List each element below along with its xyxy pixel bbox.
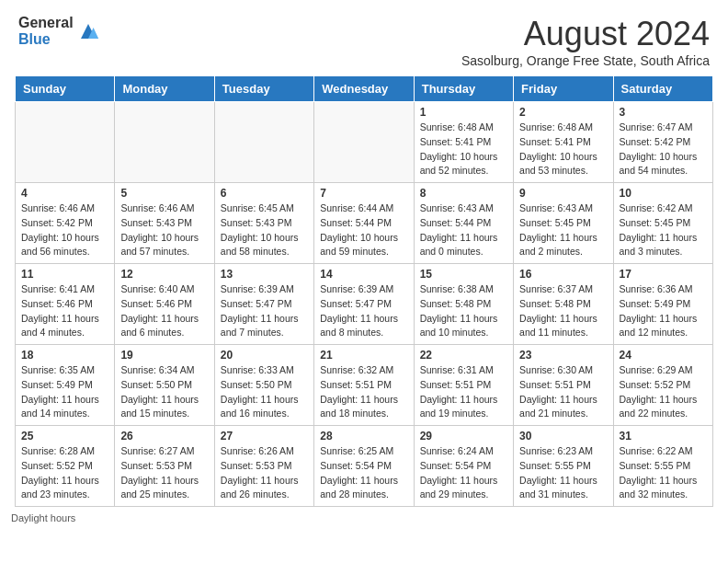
day-info: Sunrise: 6:41 AMSunset: 5:46 PMDaylight:… — [21, 282, 108, 340]
calendar-cell: 18Sunrise: 6:35 AMSunset: 5:49 PMDayligh… — [16, 345, 115, 426]
day-number: 17 — [620, 268, 707, 281]
calendar-cell: 9Sunrise: 6:43 AMSunset: 5:45 PMDaylight… — [514, 183, 613, 264]
day-number: 22 — [420, 349, 507, 362]
calendar-cell: 30Sunrise: 6:23 AMSunset: 5:55 PMDayligh… — [514, 426, 613, 507]
day-number: 27 — [221, 430, 308, 442]
calendar-cell: 28Sunrise: 6:25 AMSunset: 5:54 PMDayligh… — [314, 426, 414, 507]
day-info: Sunrise: 6:46 AMSunset: 5:42 PMDaylight:… — [21, 201, 108, 259]
day-info: Sunrise: 6:33 AMSunset: 5:50 PMDaylight:… — [221, 363, 308, 421]
calendar-cell: 23Sunrise: 6:30 AMSunset: 5:51 PMDayligh… — [514, 345, 613, 426]
day-number: 18 — [21, 349, 108, 362]
calendar-cell: 3Sunrise: 6:47 AMSunset: 5:42 PMDaylight… — [613, 102, 712, 183]
day-number: 3 — [620, 106, 707, 119]
day-info: Sunrise: 6:30 AMSunset: 5:51 PMDaylight:… — [519, 363, 607, 421]
day-info: Sunrise: 6:35 AMSunset: 5:49 PMDaylight:… — [21, 363, 108, 421]
day-number: 13 — [221, 268, 308, 281]
day-info: Sunrise: 6:48 AMSunset: 5:41 PMDaylight:… — [519, 121, 607, 178]
calendar-cell: 5Sunrise: 6:46 AMSunset: 5:43 PMDaylight… — [115, 183, 214, 264]
footer-note: Daylight hours — [0, 507, 728, 529]
col-friday: Friday — [514, 76, 613, 102]
calendar-cell: 15Sunrise: 6:38 AMSunset: 5:48 PMDayligh… — [414, 264, 513, 345]
calendar-cell: 19Sunrise: 6:34 AMSunset: 5:50 PMDayligh… — [115, 345, 214, 426]
day-info: Sunrise: 6:43 AMSunset: 5:45 PMDaylight:… — [519, 201, 607, 259]
day-info: Sunrise: 6:44 AMSunset: 5:44 PMDaylight:… — [320, 201, 407, 259]
page-header: General Blue August 2024 Sasolburg, Oran… — [0, 0, 728, 75]
day-info: Sunrise: 6:48 AMSunset: 5:41 PMDaylight:… — [420, 121, 507, 178]
day-number: 6 — [221, 187, 308, 200]
day-number: 31 — [620, 430, 707, 442]
calendar-header-row: Sunday Monday Tuesday Wednesday Thursday… — [16, 76, 713, 102]
day-info: Sunrise: 6:46 AMSunset: 5:43 PMDaylight:… — [120, 201, 208, 259]
day-info: Sunrise: 6:22 AMSunset: 5:55 PMDaylight:… — [620, 444, 707, 502]
day-number: 29 — [420, 430, 507, 442]
day-number: 24 — [620, 349, 707, 362]
calendar-cell: 16Sunrise: 6:37 AMSunset: 5:48 PMDayligh… — [514, 264, 613, 345]
day-number: 1 — [420, 106, 507, 119]
day-info: Sunrise: 6:42 AMSunset: 5:45 PMDaylight:… — [620, 201, 707, 259]
calendar-cell: 26Sunrise: 6:27 AMSunset: 5:53 PMDayligh… — [115, 426, 214, 507]
col-tuesday: Tuesday — [214, 76, 313, 102]
calendar-cell: 2Sunrise: 6:48 AMSunset: 5:41 PMDaylight… — [514, 102, 613, 183]
day-info: Sunrise: 6:40 AMSunset: 5:46 PMDaylight:… — [120, 282, 208, 340]
calendar-cell: 31Sunrise: 6:22 AMSunset: 5:55 PMDayligh… — [613, 426, 712, 507]
day-number: 9 — [519, 187, 607, 200]
calendar-cell: 8Sunrise: 6:43 AMSunset: 5:44 PMDaylight… — [414, 183, 513, 264]
calendar-cell: 27Sunrise: 6:26 AMSunset: 5:53 PMDayligh… — [214, 426, 313, 507]
day-number: 15 — [420, 268, 507, 281]
day-number: 10 — [620, 187, 707, 200]
calendar-week-4: 18Sunrise: 6:35 AMSunset: 5:49 PMDayligh… — [16, 345, 713, 426]
subtitle: Sasolburg, Orange Free State, South Afri… — [461, 53, 710, 68]
day-number: 23 — [519, 349, 607, 362]
col-saturday: Saturday — [613, 76, 712, 102]
day-info: Sunrise: 6:28 AMSunset: 5:52 PMDaylight:… — [21, 444, 108, 502]
logo-general: General — [18, 15, 74, 31]
logo-icon — [77, 20, 99, 42]
calendar-week-5: 25Sunrise: 6:28 AMSunset: 5:52 PMDayligh… — [16, 426, 713, 507]
calendar-cell: 1Sunrise: 6:48 AMSunset: 5:41 PMDaylight… — [414, 102, 513, 183]
col-thursday: Thursday — [414, 76, 513, 102]
day-number: 21 — [320, 349, 407, 362]
day-number: 25 — [21, 430, 108, 442]
calendar-cell: 4Sunrise: 6:46 AMSunset: 5:42 PMDaylight… — [16, 183, 115, 264]
col-wednesday: Wednesday — [314, 76, 414, 102]
day-number: 30 — [519, 430, 607, 442]
day-number: 28 — [320, 430, 407, 442]
day-number: 5 — [120, 187, 208, 200]
day-info: Sunrise: 6:37 AMSunset: 5:48 PMDaylight:… — [519, 282, 607, 340]
calendar-cell: 10Sunrise: 6:42 AMSunset: 5:45 PMDayligh… — [613, 183, 712, 264]
month-title: August 2024 — [461, 15, 710, 53]
calendar-cell: 22Sunrise: 6:31 AMSunset: 5:51 PMDayligh… — [414, 345, 513, 426]
calendar-cell: 20Sunrise: 6:33 AMSunset: 5:50 PMDayligh… — [214, 345, 313, 426]
day-info: Sunrise: 6:39 AMSunset: 5:47 PMDaylight:… — [221, 282, 308, 340]
day-info: Sunrise: 6:25 AMSunset: 5:54 PMDaylight:… — [320, 444, 407, 502]
day-info: Sunrise: 6:39 AMSunset: 5:47 PMDaylight:… — [320, 282, 407, 340]
col-sunday: Sunday — [16, 76, 115, 102]
calendar-week-1: 1Sunrise: 6:48 AMSunset: 5:41 PMDaylight… — [16, 102, 713, 183]
calendar-cell: 6Sunrise: 6:45 AMSunset: 5:43 PMDaylight… — [214, 183, 313, 264]
day-number: 11 — [21, 268, 108, 281]
day-number: 7 — [320, 187, 407, 200]
col-monday: Monday — [115, 76, 214, 102]
calendar-table: Sunday Monday Tuesday Wednesday Thursday… — [15, 75, 713, 507]
day-number: 14 — [320, 268, 407, 281]
calendar-cell: 29Sunrise: 6:24 AMSunset: 5:54 PMDayligh… — [414, 426, 513, 507]
calendar-cell: 17Sunrise: 6:36 AMSunset: 5:49 PMDayligh… — [613, 264, 712, 345]
calendar-cell — [214, 102, 313, 183]
calendar-cell: 12Sunrise: 6:40 AMSunset: 5:46 PMDayligh… — [115, 264, 214, 345]
day-info: Sunrise: 6:24 AMSunset: 5:54 PMDaylight:… — [420, 444, 507, 502]
day-info: Sunrise: 6:23 AMSunset: 5:55 PMDaylight:… — [519, 444, 607, 502]
calendar-cell: 13Sunrise: 6:39 AMSunset: 5:47 PMDayligh… — [214, 264, 313, 345]
day-number: 8 — [420, 187, 507, 200]
day-info: Sunrise: 6:34 AMSunset: 5:50 PMDaylight:… — [120, 363, 208, 421]
day-number: 26 — [120, 430, 208, 442]
calendar-cell: 25Sunrise: 6:28 AMSunset: 5:52 PMDayligh… — [16, 426, 115, 507]
calendar-week-2: 4Sunrise: 6:46 AMSunset: 5:42 PMDaylight… — [16, 183, 713, 264]
day-number: 20 — [221, 349, 308, 362]
day-info: Sunrise: 6:29 AMSunset: 5:52 PMDaylight:… — [620, 363, 707, 421]
day-info: Sunrise: 6:38 AMSunset: 5:48 PMDaylight:… — [420, 282, 507, 340]
logo: General Blue — [18, 15, 99, 47]
logo-blue: Blue — [18, 31, 74, 48]
calendar-cell: 7Sunrise: 6:44 AMSunset: 5:44 PMDaylight… — [314, 183, 414, 264]
day-info: Sunrise: 6:32 AMSunset: 5:51 PMDaylight:… — [320, 363, 407, 421]
calendar-cell — [314, 102, 414, 183]
